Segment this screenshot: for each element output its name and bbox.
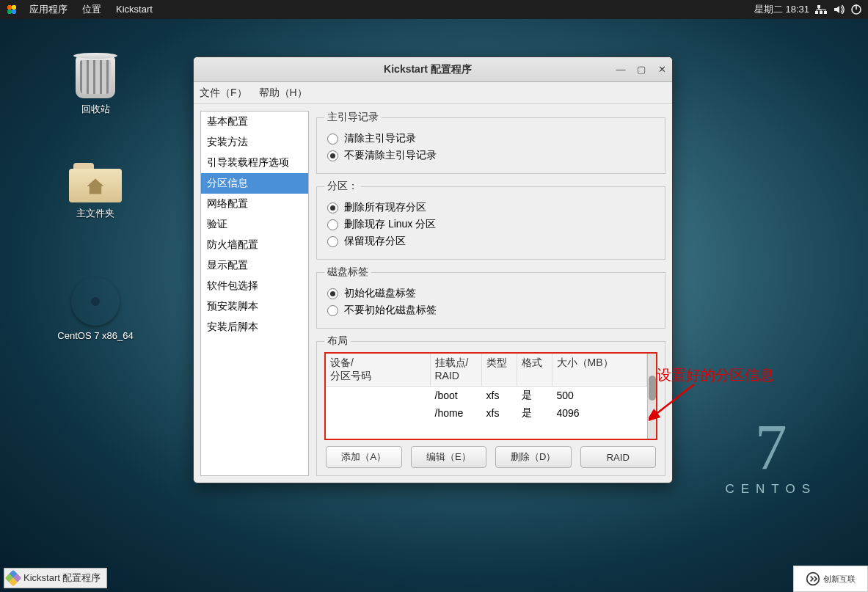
desktop-icon-label: 回收站 — [51, 103, 139, 116]
sidebar-item-prescript[interactable]: 预安装脚本 — [201, 296, 308, 317]
taskbar-label: Kickstart 配置程序 — [23, 571, 101, 585]
radio-icon — [327, 288, 338, 299]
radio-mbr-keep[interactable]: 不要清除主引导记录 — [327, 149, 657, 162]
close-button[interactable]: ✕ — [654, 62, 670, 78]
sidebar-item-basic[interactable]: 基本配置 — [201, 112, 308, 132]
sidebar-item-firewall[interactable]: 防火墙配置 — [201, 235, 308, 255]
sidebar-item-packages[interactable]: 软件包选择 — [201, 276, 308, 296]
group-mbr: 主引导记录 清除主引导记录 不要清除主引导记录 — [316, 111, 665, 174]
sidebar-item-boot[interactable]: 引导装载程序选项 — [201, 153, 308, 173]
radio-icon — [327, 202, 338, 213]
col-type[interactable]: 类型 — [481, 354, 517, 387]
main-pane: 主引导记录 清除主引导记录 不要清除主引导记录 分区： 删除所有现存分区 — [316, 111, 665, 476]
edit-button[interactable]: 编辑（E） — [411, 446, 487, 468]
panel-clock[interactable]: 星期二 18:31 — [754, 3, 809, 16]
svg-rect-3 — [824, 11, 827, 14]
group-disk-label-legend: 磁盘标签 — [324, 266, 371, 279]
maximize-button[interactable]: ▢ — [633, 62, 649, 78]
disc-icon — [71, 277, 120, 326]
radio-label: 不要清除主引导记录 — [344, 149, 437, 162]
radio-icon — [327, 134, 338, 145]
svg-line-6 — [654, 384, 694, 415]
add-button[interactable]: 添加（A） — [326, 446, 402, 468]
desktop-icon-label: CentOS 7 x86_64 — [51, 330, 139, 341]
partition-table[interactable]: 设备/ 分区号码 挂载点/ RAID 类型 格式 大小（MB） /boot — [324, 352, 657, 440]
delete-button[interactable]: 删除（D） — [495, 446, 572, 468]
panel-menu-places[interactable]: 位置 — [75, 0, 109, 19]
sidebar-item-install[interactable]: 安装方法 — [201, 132, 308, 153]
minimize-button[interactable]: — — [613, 62, 629, 78]
menu-help[interactable]: 帮助（H） — [259, 87, 307, 100]
radio-label: 清除主引导记录 — [344, 132, 416, 145]
group-layout-legend: 布局 — [324, 335, 351, 348]
desktop-icon-trash[interactable]: 回收站 — [51, 56, 139, 116]
radio-part-keep[interactable]: 保留现存分区 — [327, 235, 657, 248]
radio-icon — [327, 236, 338, 247]
sidebar-item-postscript[interactable]: 安装后脚本 — [201, 317, 308, 337]
col-size[interactable]: 大小（MB） — [552, 354, 647, 387]
svg-rect-0 — [817, 5, 820, 8]
panel-menu-apps[interactable]: 应用程序 — [22, 0, 75, 19]
col-mount[interactable]: 挂载点/ RAID — [430, 354, 481, 387]
radio-icon — [327, 219, 338, 230]
desktop-icon-cd[interactable]: CentOS 7 x86_64 — [51, 277, 139, 341]
svg-rect-5 — [856, 4, 857, 10]
menu-file[interactable]: 文件（F） — [200, 87, 247, 100]
group-partition-legend: 分区： — [324, 180, 361, 193]
radio-part-remove-linux[interactable]: 删除现存 Linux 分区 — [327, 218, 657, 231]
col-device[interactable]: 设备/ 分区号码 — [326, 354, 430, 387]
radio-mbr-clear[interactable]: 清除主引导记录 — [327, 132, 657, 145]
sidebar-item-partition[interactable]: 分区信息 — [201, 173, 308, 194]
desktop-icon-home[interactable]: 主文件夹 — [51, 163, 139, 220]
desktop-icon-label: 主文件夹 — [51, 207, 139, 220]
network-icon[interactable] — [815, 4, 827, 15]
svg-rect-1 — [815, 11, 818, 14]
kickstart-window: Kickstart 配置程序 — ▢ ✕ 文件（F） 帮助（H） 基本配置 安装… — [193, 56, 673, 483]
radio-icon — [327, 305, 338, 316]
radio-label-init[interactable]: 初始化磁盘标签 — [327, 287, 657, 300]
watermark-icon — [806, 571, 820, 586]
centos-wallpaper-logo: 7 CENTOS — [725, 422, 817, 497]
group-disk-label: 磁盘标签 初始化磁盘标签 不要初始化磁盘标签 — [316, 266, 665, 329]
radio-part-remove-all[interactable]: 删除所有现存分区 — [327, 201, 657, 214]
table-row[interactable]: /home xfs 是 4096 — [326, 404, 647, 422]
taskbar-button[interactable]: Kickstart 配置程序 — [4, 568, 107, 588]
sidebar-item-network[interactable]: 网络配置 — [201, 194, 308, 214]
window-menubar: 文件（F） 帮助（H） — [194, 82, 672, 104]
top-panel: 应用程序 位置 Kickstart 星期二 18:31 — [0, 0, 868, 19]
radio-label: 初始化磁盘标签 — [344, 287, 416, 300]
power-icon[interactable] — [850, 4, 862, 15]
svg-rect-2 — [820, 11, 823, 14]
watermark: 创新互联 — [793, 566, 868, 592]
sidebar-item-display[interactable]: 显示配置 — [201, 255, 308, 276]
radio-label: 删除所有现存分区 — [344, 201, 426, 214]
group-partition: 分区： 删除所有现存分区 删除现存 Linux 分区 保留现存分区 — [316, 180, 665, 260]
annotation-arrow-icon — [649, 380, 700, 431]
radio-label: 不要初始化磁盘标签 — [344, 304, 437, 317]
radio-label: 保留现存分区 — [344, 235, 406, 248]
group-mbr-legend: 主引导记录 — [324, 111, 382, 124]
radio-label-noinit[interactable]: 不要初始化磁盘标签 — [327, 304, 657, 317]
group-layout: 布局 设备/ 分区号码 挂载点/ RAID 类型 格式 大小（MB） — [316, 335, 665, 476]
volume-icon[interactable] — [833, 4, 845, 15]
kickstart-app-icon — [5, 570, 22, 587]
window-title: Kickstart 配置程序 — [245, 63, 610, 76]
home-folder-icon — [69, 163, 122, 202]
trash-icon — [76, 56, 115, 98]
table-row[interactable]: /boot xfs 是 500 — [326, 387, 647, 405]
col-format[interactable]: 格式 — [517, 354, 552, 387]
raid-button[interactable]: RAID — [580, 446, 657, 468]
sidebar-item-auth[interactable]: 验证 — [201, 214, 308, 235]
window-titlebar[interactable]: Kickstart 配置程序 — ▢ ✕ — [194, 57, 672, 82]
radio-label: 删除现存 Linux 分区 — [344, 218, 436, 231]
panel-menu-kickstart[interactable]: Kickstart — [109, 0, 160, 19]
activities-icon[interactable] — [6, 4, 18, 15]
radio-icon — [327, 150, 338, 161]
sidebar: 基本配置 安装方法 引导装载程序选项 分区信息 网络配置 验证 防火墙配置 显示… — [200, 111, 309, 476]
